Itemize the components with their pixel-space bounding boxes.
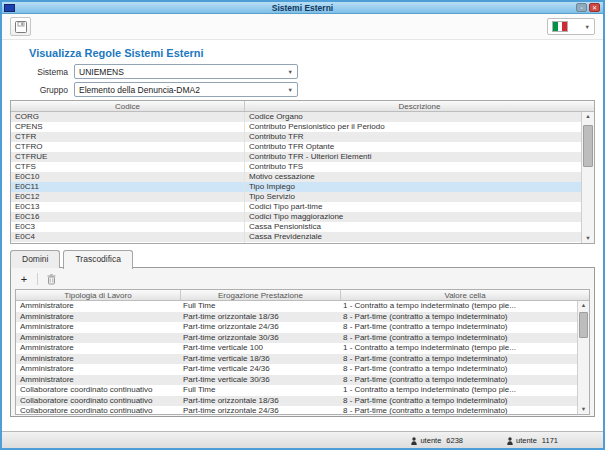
table-row[interactable]: Amministratore Part-time orizzontale 18/… bbox=[16, 312, 577, 323]
statusbar: utente 6238 utente 1171 bbox=[2, 431, 603, 448]
scroll-down-icon[interactable]: ▼ bbox=[582, 234, 594, 243]
user-icon bbox=[411, 437, 417, 445]
language-selector[interactable]: ▼ bbox=[547, 18, 595, 35]
trascodifica-toolbar: + bbox=[15, 271, 590, 287]
gruppo-select[interactable]: Elemento della Denuncia-DMA2 ▼ bbox=[74, 82, 298, 97]
sistema-select[interactable]: UNIEMENS ▼ bbox=[74, 64, 298, 79]
table-row[interactable]: Amministratore Part-time orizzontale 30/… bbox=[16, 333, 577, 344]
gruppo-value: Elemento della Denuncia-DMA2 bbox=[79, 85, 200, 95]
trascodifica-table-body: Amministratore Full Time 1 - Contratto a… bbox=[16, 301, 577, 414]
delete-row-button[interactable] bbox=[42, 272, 60, 286]
italian-flag-icon bbox=[552, 21, 568, 32]
floppy-disk-icon bbox=[15, 21, 27, 33]
table-row[interactable]: E0C16 Codici Tipo maggiorazione bbox=[11, 212, 581, 222]
table-row[interactable]: Amministratore Part-time verticale 18/36… bbox=[16, 354, 577, 365]
user-label: utente bbox=[420, 436, 441, 445]
table-row[interactable]: E0C11 Tipo Impiego bbox=[11, 182, 581, 192]
tab-trascodifica[interactable]: Trascodifica bbox=[63, 250, 133, 269]
trash-icon bbox=[47, 274, 56, 285]
chevron-down-icon: ▼ bbox=[585, 24, 590, 30]
tab-bar: Domini Trascodifica bbox=[10, 250, 603, 268]
tab-domini[interactable]: Domini bbox=[10, 250, 60, 268]
table-row[interactable]: CORG Codice Organo bbox=[11, 112, 581, 122]
codes-table-header: Codice Descrizione bbox=[11, 101, 594, 112]
user-session-1: utente 6238 bbox=[411, 432, 463, 449]
table-row[interactable]: CTFS Contributo TFS bbox=[11, 162, 581, 172]
column-header-codice[interactable]: Codice bbox=[11, 101, 245, 111]
table-row[interactable]: CPENS Contributo Pensionistico per il Pe… bbox=[11, 122, 581, 132]
codes-table-body: CORG Codice Organo CPENS Contributo Pens… bbox=[11, 112, 581, 243]
titlebar: Sistemi Esterni ▫ ✕ bbox=[2, 2, 603, 14]
table-row[interactable]: Amministratore Part-time orizzontale 24/… bbox=[16, 322, 577, 333]
restore-button[interactable]: ▫ bbox=[576, 3, 587, 12]
chevron-down-icon: ▼ bbox=[288, 87, 293, 93]
user-session-2: utente 1171 bbox=[507, 432, 558, 449]
trascodifica-panel: + Tipol bbox=[10, 267, 595, 417]
window: Sistemi Esterni ▫ ✕ ▼ Visualizza Regole bbox=[0, 0, 605, 450]
table-row[interactable]: Amministratore Full Time 1 - Contratto a… bbox=[16, 301, 577, 312]
gruppo-label: Gruppo bbox=[10, 85, 68, 95]
table-row[interactable]: E0C10 Motivo cessazione bbox=[11, 172, 581, 182]
table-row[interactable]: E0C5 Cassa Credito bbox=[11, 242, 581, 243]
table-row[interactable]: CTFRO Contributo TFR Optante bbox=[11, 142, 581, 152]
scroll-up-icon[interactable]: ▲ bbox=[578, 301, 589, 310]
page-title: Visualizza Regole Sistemi Esterni bbox=[29, 47, 603, 59]
codes-table: Codice Descrizione CORG Codice Organo CP… bbox=[10, 100, 595, 244]
toolbar-divider bbox=[37, 273, 38, 285]
codes-table-scrollbar[interactable]: ▲ ▼ bbox=[581, 112, 594, 243]
table-row[interactable]: Collaboratore coordinato continuativo Fu… bbox=[16, 385, 577, 396]
table-row[interactable]: Amministratore Part-time verticale 30/36… bbox=[16, 375, 577, 386]
scrollbar-thumb[interactable] bbox=[583, 125, 593, 167]
column-header-erogazione[interactable]: Erogazione Prestazione bbox=[181, 290, 341, 300]
table-row[interactable]: Amministratore Part-time verticale 24/36… bbox=[16, 364, 577, 375]
column-header-tipologia[interactable]: Tipologia di Lavoro bbox=[16, 290, 181, 300]
table-row[interactable]: E0C4 Cassa Previdenziale bbox=[11, 232, 581, 242]
add-row-button[interactable]: + bbox=[15, 272, 33, 286]
window-title: Sistemi Esterni bbox=[2, 2, 603, 14]
column-header-valore[interactable]: Valore cella bbox=[341, 290, 589, 300]
plus-icon: + bbox=[21, 273, 27, 285]
scrollbar-thumb[interactable] bbox=[579, 312, 588, 338]
user-icon bbox=[507, 437, 513, 445]
table-row[interactable]: CTFRUE Contributo TFR - Ulteriori Elemen… bbox=[11, 152, 581, 162]
sistema-label: Sistema bbox=[10, 67, 68, 77]
scroll-down-icon[interactable]: ▼ bbox=[578, 405, 589, 414]
table-row[interactable]: Amministratore Part-time verticale 100 1… bbox=[16, 343, 577, 354]
user-id: 6238 bbox=[446, 436, 463, 445]
toolbar: ▼ bbox=[2, 14, 603, 40]
table-row[interactable]: Collaboratore coordinato continuativo Pa… bbox=[16, 396, 577, 407]
trascodifica-table-scrollbar[interactable]: ▲ ▼ bbox=[577, 301, 589, 414]
close-button[interactable]: ✕ bbox=[589, 3, 600, 12]
chevron-down-icon: ▼ bbox=[288, 69, 293, 75]
user-id: 1171 bbox=[542, 436, 558, 445]
trascodifica-table-header: Tipologia di Lavoro Erogazione Prestazio… bbox=[16, 290, 589, 301]
sistema-value: UNIEMENS bbox=[79, 67, 124, 77]
save-button[interactable] bbox=[10, 17, 31, 36]
table-row[interactable]: E0C12 Tipo Servizio bbox=[11, 192, 581, 202]
column-header-descrizione[interactable]: Descrizione bbox=[245, 101, 594, 111]
scroll-up-icon[interactable]: ▲ bbox=[582, 112, 594, 121]
user-label: utente bbox=[516, 436, 537, 445]
table-row[interactable]: CTFR Contributo TFR bbox=[11, 132, 581, 142]
trascodifica-table: Tipologia di Lavoro Erogazione Prestazio… bbox=[15, 289, 590, 415]
table-row[interactable]: Collaboratore coordinato continuativo Pa… bbox=[16, 406, 577, 414]
table-row[interactable]: E0C13 Codici Tipo part-time bbox=[11, 202, 581, 212]
table-row[interactable]: E0C3 Cassa Pensionistica bbox=[11, 222, 581, 232]
main-content: Visualizza Regole Sistemi Esterni Sistem… bbox=[2, 40, 603, 431]
